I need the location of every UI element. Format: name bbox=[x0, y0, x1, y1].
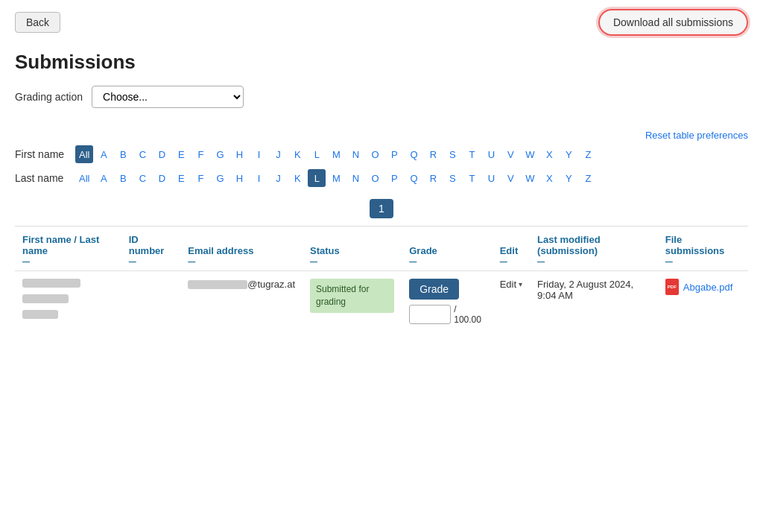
pagination: 1 bbox=[15, 199, 748, 218]
letter-k-lastname[interactable]: K bbox=[288, 169, 306, 187]
letter-u-lastname[interactable]: U bbox=[482, 169, 500, 187]
sort-email-dash: — bbox=[188, 258, 295, 266]
letter-t-firstname[interactable]: T bbox=[463, 145, 481, 163]
name-block-1 bbox=[22, 279, 80, 288]
letter-c-firstname[interactable]: C bbox=[133, 145, 151, 163]
last-modified-value: Friday, 2 August 2024, 9:04 AM bbox=[537, 279, 633, 301]
letter-w-lastname[interactable]: W bbox=[521, 169, 539, 187]
sort-modified-dash: — bbox=[537, 258, 650, 266]
letter-n-lastname[interactable]: N bbox=[346, 169, 364, 187]
name-block-2 bbox=[22, 294, 69, 303]
letter-h-firstname[interactable]: H bbox=[230, 145, 248, 163]
letter-y-firstname[interactable]: Y bbox=[560, 145, 577, 163]
grade-input-row: / 100.00 bbox=[409, 304, 484, 325]
letter-s-firstname[interactable]: S bbox=[443, 145, 461, 163]
sort-edit-dash: — bbox=[500, 258, 522, 266]
cell-email: @tugraz.at bbox=[180, 271, 303, 333]
grade-total: / 100.00 bbox=[454, 304, 484, 325]
letter-h-lastname[interactable]: H bbox=[230, 169, 248, 187]
letter-d-lastname[interactable]: D bbox=[153, 169, 171, 187]
name-redacted bbox=[22, 279, 114, 322]
email-blur bbox=[188, 280, 247, 289]
col-header-grade[interactable]: Grade — bbox=[402, 227, 492, 271]
letter-s-lastname[interactable]: S bbox=[443, 169, 461, 187]
edit-dropdown[interactable]: Edit ▾ bbox=[500, 279, 522, 290]
letter-all-firstname[interactable]: All bbox=[75, 145, 93, 163]
letter-d-firstname[interactable]: D bbox=[153, 145, 171, 163]
letter-q-firstname[interactable]: Q bbox=[405, 145, 422, 163]
letter-k-firstname[interactable]: K bbox=[288, 145, 306, 163]
letter-x-firstname[interactable]: X bbox=[540, 145, 558, 163]
letter-e-lastname[interactable]: E bbox=[172, 169, 190, 187]
letter-i-lastname[interactable]: I bbox=[250, 169, 267, 187]
grade-input[interactable] bbox=[409, 305, 451, 324]
chevron-down-icon: ▾ bbox=[519, 280, 522, 288]
letter-x-lastname[interactable]: X bbox=[540, 169, 558, 187]
letter-j-lastname[interactable]: J bbox=[269, 169, 287, 187]
letter-r-lastname[interactable]: R bbox=[424, 169, 442, 187]
lastname-filter-row: Last name All A B C D E F G H I J K L M … bbox=[15, 169, 748, 187]
letter-all-lastname[interactable]: All bbox=[75, 169, 93, 187]
grading-action-select[interactable]: Choose... Lock submissions Unlock submis… bbox=[92, 86, 244, 108]
letter-l-lastname[interactable]: L bbox=[308, 169, 326, 187]
letter-i-firstname[interactable]: I bbox=[250, 145, 267, 163]
letter-a-lastname[interactable]: A bbox=[95, 169, 113, 187]
table-row: @tugraz.at Submitted for grading Grade /… bbox=[15, 271, 748, 333]
letter-j-firstname[interactable]: J bbox=[269, 145, 287, 163]
sort-files-dash: — bbox=[665, 258, 741, 266]
letter-o-lastname[interactable]: O bbox=[366, 169, 384, 187]
letter-f-firstname[interactable]: F bbox=[191, 145, 209, 163]
letter-p-lastname[interactable]: P bbox=[385, 169, 403, 187]
lastname-letters: All A B C D E F G H I J K L M N O P Q R … bbox=[75, 169, 597, 187]
page-1-button[interactable]: 1 bbox=[370, 199, 393, 218]
letter-e-firstname[interactable]: E bbox=[172, 145, 190, 163]
letter-q-lastname[interactable]: Q bbox=[405, 169, 422, 187]
top-bar: Back Download all submissions bbox=[15, 9, 748, 36]
grading-action-label: Grading action bbox=[15, 91, 83, 103]
cell-id bbox=[121, 271, 181, 333]
letter-z-firstname[interactable]: Z bbox=[579, 145, 597, 163]
col-header-edit[interactable]: Edit — bbox=[493, 227, 530, 271]
letter-v-firstname[interactable]: V bbox=[501, 145, 519, 163]
letter-u-firstname[interactable]: U bbox=[482, 145, 500, 163]
sort-grade-dash: — bbox=[409, 258, 484, 266]
letter-o-firstname[interactable]: O bbox=[366, 145, 384, 163]
letter-m-lastname[interactable]: M bbox=[327, 169, 345, 187]
letter-n-firstname[interactable]: N bbox=[346, 145, 364, 163]
download-all-button[interactable]: Download all submissions bbox=[598, 9, 748, 36]
email-redacted: @tugraz.at bbox=[188, 279, 295, 290]
col-header-modified[interactable]: Last modified (submission) — bbox=[530, 227, 658, 271]
letter-m-firstname[interactable]: M bbox=[327, 145, 345, 163]
reset-link-row: Reset table preferences bbox=[15, 129, 748, 141]
letter-b-lastname[interactable]: B bbox=[114, 169, 132, 187]
file-name: Abgabe.pdf bbox=[683, 282, 733, 293]
letter-g-lastname[interactable]: G bbox=[211, 169, 229, 187]
letter-g-firstname[interactable]: G bbox=[211, 145, 229, 163]
col-header-files[interactable]: File submissions — bbox=[658, 227, 748, 271]
letter-c-lastname[interactable]: C bbox=[133, 169, 151, 187]
letter-r-firstname[interactable]: R bbox=[424, 145, 442, 163]
cell-status: Submitted for grading bbox=[303, 271, 402, 333]
letter-a-firstname[interactable]: A bbox=[95, 145, 113, 163]
grading-action-row: Grading action Choose... Lock submission… bbox=[15, 86, 748, 108]
col-header-name[interactable]: First name / Last name — bbox=[15, 227, 121, 271]
letter-t-lastname[interactable]: T bbox=[463, 169, 481, 187]
grade-button[interactable]: Grade bbox=[409, 279, 459, 300]
letter-v-lastname[interactable]: V bbox=[501, 169, 519, 187]
table-header-row: First name / Last name — ID number — Ema… bbox=[15, 227, 748, 271]
file-link[interactable]: PDF Abgabe.pdf bbox=[665, 279, 741, 295]
letter-f-lastname[interactable]: F bbox=[191, 169, 209, 187]
back-button[interactable]: Back bbox=[15, 12, 60, 33]
letter-w-firstname[interactable]: W bbox=[521, 145, 539, 163]
reset-table-preferences-link[interactable]: Reset table preferences bbox=[645, 130, 748, 141]
col-header-email[interactable]: Email address — bbox=[180, 227, 303, 271]
letter-p-firstname[interactable]: P bbox=[385, 145, 403, 163]
letter-l-firstname[interactable]: L bbox=[308, 145, 326, 163]
letter-b-firstname[interactable]: B bbox=[114, 145, 132, 163]
lastname-filter-label: Last name bbox=[15, 172, 71, 184]
letter-y-lastname[interactable]: Y bbox=[560, 169, 577, 187]
pdf-icon: PDF bbox=[665, 279, 679, 295]
col-header-id[interactable]: ID number — bbox=[121, 227, 181, 271]
letter-z-lastname[interactable]: Z bbox=[579, 169, 597, 187]
col-header-status[interactable]: Status — bbox=[303, 227, 402, 271]
